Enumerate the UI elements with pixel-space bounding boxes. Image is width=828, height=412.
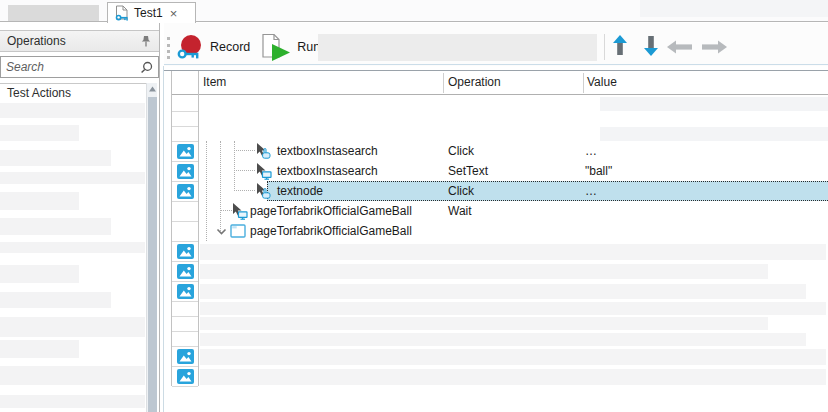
panel-splitter[interactable] <box>163 66 164 412</box>
screenshot-thumbnail-icon[interactable] <box>177 244 194 259</box>
scrollbar-thumb[interactable] <box>148 97 157 412</box>
gutter-line <box>172 241 198 242</box>
operation-cell: Wait <box>448 201 472 221</box>
record-button[interactable]: Record <box>176 34 253 61</box>
sidebar-divider <box>159 22 160 412</box>
redacted-item <box>0 192 79 210</box>
action-row[interactable]: textboxInstasearch SetText "ball" <box>170 161 828 181</box>
move-up-button[interactable] <box>611 33 629 61</box>
gutter-line <box>172 316 198 317</box>
redacted-item <box>0 218 111 235</box>
operation-cell: SetText <box>448 161 488 181</box>
action-row[interactable]: pageTorfabrikOfficialGameBall <box>170 221 828 241</box>
app-window: Test1 × Operations Test Actions <box>0 0 828 412</box>
redacted-row <box>200 284 806 299</box>
redacted-row <box>200 369 826 385</box>
screenshot-thumbnail-icon[interactable] <box>177 264 194 279</box>
sidebar-scrollbar[interactable] <box>146 83 157 412</box>
value-cell[interactable]: … <box>585 181 597 201</box>
redacted-toolbar-area <box>318 34 597 61</box>
operation-cell: Click <box>448 181 474 201</box>
redacted-row <box>600 97 828 111</box>
pin-icon[interactable] <box>140 35 152 48</box>
gutter-line <box>172 331 198 332</box>
gutter-line <box>172 261 198 262</box>
search-input[interactable] <box>6 60 140 74</box>
settext-monitor-icon <box>255 163 272 180</box>
move-down-button[interactable] <box>642 33 660 61</box>
action-row-selected[interactable]: textnode Click … <box>170 181 828 201</box>
redacted-item <box>0 242 145 253</box>
table-header: Item Operation Value <box>171 71 828 95</box>
header-divider[interactable] <box>583 73 584 93</box>
inactive-tab-placeholder[interactable] <box>8 5 99 21</box>
gutter-line <box>172 386 198 387</box>
run-icon <box>259 33 292 62</box>
item-cell: textboxInstasearch <box>277 141 378 161</box>
tab-test1[interactable]: Test1 × <box>107 2 196 23</box>
redacted-item <box>0 340 79 358</box>
redacted-row <box>200 244 826 260</box>
item-cell: pageTorfabrikOfficialGameBall <box>250 221 412 241</box>
close-icon[interactable]: × <box>170 7 178 20</box>
wait-monitor-icon <box>231 203 248 220</box>
item-cell: pageTorfabrikOfficialGameBall <box>250 201 412 221</box>
redacted-item <box>0 150 111 166</box>
selection-highlight <box>267 181 828 201</box>
gutter-line <box>172 366 198 367</box>
action-row[interactable]: pageTorfabrikOfficialGameBall Wait <box>170 201 828 221</box>
redacted-item <box>0 317 145 337</box>
move-right-button[interactable] <box>699 38 729 56</box>
gutter-line <box>172 346 198 347</box>
header-divider[interactable] <box>443 73 444 93</box>
move-left-button[interactable] <box>665 38 695 56</box>
operations-panel-header: Operations <box>0 30 159 52</box>
column-item[interactable]: Item <box>203 75 226 89</box>
redacted-row <box>200 317 768 330</box>
toolbar-bottom-border <box>164 64 828 65</box>
redacted-row <box>200 264 768 279</box>
screenshot-thumbnail-icon[interactable] <box>177 284 194 299</box>
redacted-item <box>0 395 145 408</box>
redacted-item <box>0 125 79 141</box>
value-cell[interactable]: "ball" <box>585 161 612 181</box>
record-label: Record <box>210 40 253 54</box>
column-operation[interactable]: Operation <box>448 75 501 89</box>
tab-label: Test1 <box>134 6 163 20</box>
record-icon <box>176 34 204 61</box>
search-box <box>0 56 159 78</box>
chevron-down-icon[interactable] <box>216 228 227 236</box>
gutter-line <box>172 111 198 112</box>
toolbar-grip[interactable] <box>167 37 170 59</box>
redacted-item <box>0 103 145 118</box>
value-cell[interactable]: … <box>585 141 597 161</box>
section-title: Test Actions <box>7 86 71 100</box>
screenshot-thumbnail-icon[interactable] <box>177 349 194 364</box>
window-icon <box>230 224 246 238</box>
item-cell: textnode <box>277 181 323 201</box>
redacted-item <box>0 265 79 283</box>
toolbar-separator <box>604 34 605 60</box>
mouse-click-icon <box>255 183 272 200</box>
redacted-item <box>0 366 145 385</box>
redacted-item <box>0 292 111 308</box>
scroll-up-icon[interactable] <box>148 85 157 94</box>
mouse-click-icon <box>255 143 272 160</box>
redacted-area <box>640 0 828 17</box>
action-row[interactable]: textboxInstasearch Click … <box>170 141 828 161</box>
gutter-line <box>172 281 198 282</box>
column-value[interactable]: Value <box>587 75 617 89</box>
redacted-row <box>200 333 806 346</box>
redacted-row <box>200 302 826 315</box>
operations-title: Operations <box>7 34 140 48</box>
screenshot-thumbnail-icon[interactable] <box>177 369 194 384</box>
section-test-actions: Test Actions <box>0 83 146 101</box>
operation-cell: Click <box>448 141 474 161</box>
recording-file-icon <box>114 5 129 22</box>
gutter-line <box>172 126 198 127</box>
redacted-item <box>0 172 145 184</box>
run-button[interactable]: Run <box>259 33 323 62</box>
search-icon <box>140 61 153 74</box>
redacted-row <box>600 127 828 141</box>
redacted-row <box>200 349 826 365</box>
